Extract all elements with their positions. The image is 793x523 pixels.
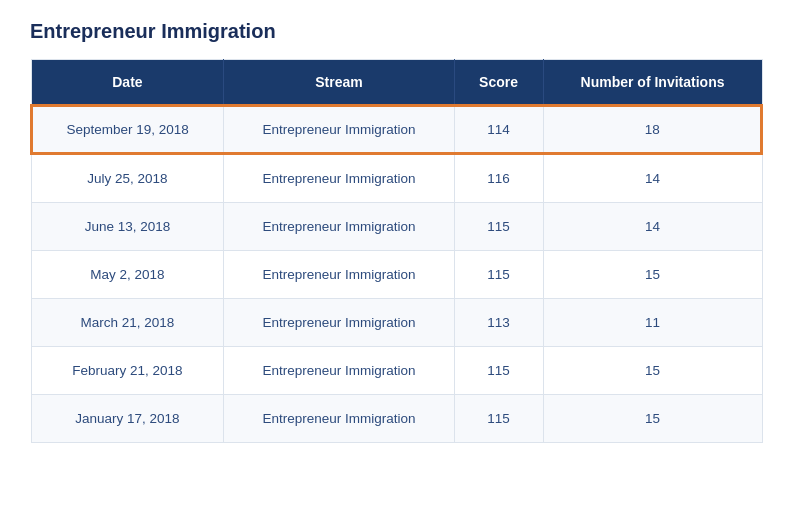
cell-date: June 13, 2018 — [31, 203, 224, 251]
cell-stream: Entrepreneur Immigration — [224, 105, 454, 154]
table-header: Date Stream Score Number of Invitations — [31, 60, 762, 106]
cell-score: 115 — [454, 203, 543, 251]
col-header-invitations: Number of Invitations — [543, 60, 762, 106]
cell-stream: Entrepreneur Immigration — [224, 154, 454, 203]
cell-invitations: 15 — [543, 251, 762, 299]
cell-score: 113 — [454, 299, 543, 347]
table-row: May 2, 2018Entrepreneur Immigration11515 — [31, 251, 762, 299]
cell-date: May 2, 2018 — [31, 251, 224, 299]
cell-stream: Entrepreneur Immigration — [224, 347, 454, 395]
header-row: Date Stream Score Number of Invitations — [31, 60, 762, 106]
page-title: Entrepreneur Immigration — [30, 20, 763, 43]
table-row: September 19, 2018Entrepreneur Immigrati… — [31, 105, 762, 154]
table-row: March 21, 2018Entrepreneur Immigration11… — [31, 299, 762, 347]
table-body: September 19, 2018Entrepreneur Immigrati… — [31, 105, 762, 443]
cell-invitations: 15 — [543, 395, 762, 443]
cell-score: 115 — [454, 395, 543, 443]
cell-invitations: 18 — [543, 105, 762, 154]
data-table: Date Stream Score Number of Invitations … — [30, 59, 763, 443]
col-header-stream: Stream — [224, 60, 454, 106]
table-row: January 17, 2018Entrepreneur Immigration… — [31, 395, 762, 443]
cell-stream: Entrepreneur Immigration — [224, 203, 454, 251]
table-row: June 13, 2018Entrepreneur Immigration115… — [31, 203, 762, 251]
cell-date: September 19, 2018 — [31, 105, 224, 154]
cell-stream: Entrepreneur Immigration — [224, 299, 454, 347]
table-row: February 21, 2018Entrepreneur Immigratio… — [31, 347, 762, 395]
cell-invitations: 14 — [543, 203, 762, 251]
cell-date: July 25, 2018 — [31, 154, 224, 203]
cell-invitations: 14 — [543, 154, 762, 203]
cell-date: January 17, 2018 — [31, 395, 224, 443]
col-header-date: Date — [31, 60, 224, 106]
cell-score: 116 — [454, 154, 543, 203]
col-header-score: Score — [454, 60, 543, 106]
cell-score: 115 — [454, 251, 543, 299]
cell-invitations: 11 — [543, 299, 762, 347]
cell-score: 114 — [454, 105, 543, 154]
cell-stream: Entrepreneur Immigration — [224, 395, 454, 443]
cell-date: March 21, 2018 — [31, 299, 224, 347]
cell-date: February 21, 2018 — [31, 347, 224, 395]
table-row: July 25, 2018Entrepreneur Immigration116… — [31, 154, 762, 203]
cell-stream: Entrepreneur Immigration — [224, 251, 454, 299]
cell-invitations: 15 — [543, 347, 762, 395]
cell-score: 115 — [454, 347, 543, 395]
